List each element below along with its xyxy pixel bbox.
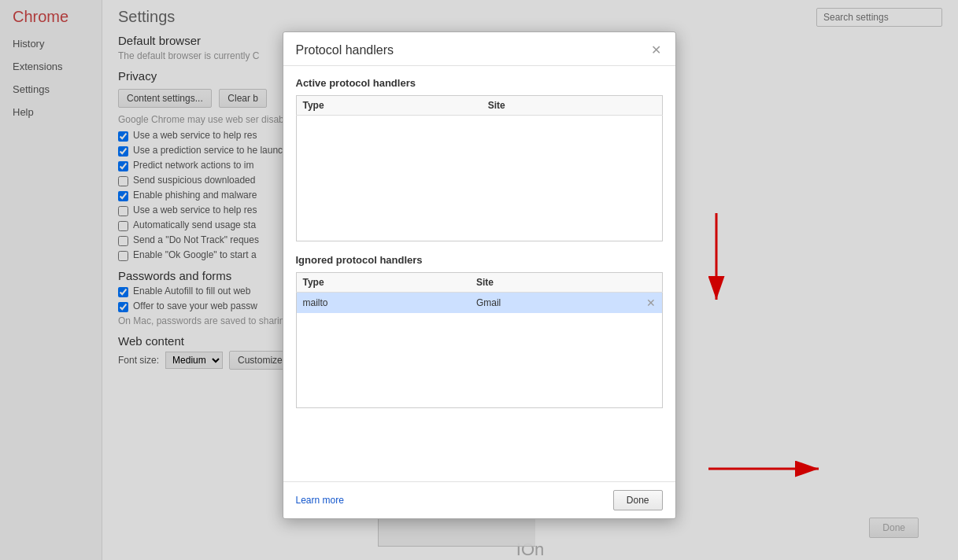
done-button[interactable]: Done	[613, 490, 663, 510]
modal-overlay: Protocol handlers ✕ Active protocol hand…	[0, 0, 958, 560]
active-handlers-heading: Active protocol handlers	[296, 77, 663, 89]
arrow-down-indicator	[708, 205, 834, 331]
dialog-body: Active protocol handlers Type Site Ignor…	[283, 66, 675, 481]
protocol-handlers-dialog: Protocol handlers ✕ Active protocol hand…	[283, 31, 676, 519]
dialog-close-button[interactable]: ✕	[649, 44, 663, 57]
ignored-remove-cell: ✕	[640, 293, 663, 314]
ignored-empty-row	[296, 313, 662, 407]
ignored-empty-area	[296, 313, 662, 407]
active-site-col: Site	[482, 96, 643, 116]
active-empty-row	[296, 116, 662, 241]
active-action-col	[643, 96, 662, 116]
active-handlers-table: Type Site	[296, 95, 663, 241]
ignored-handler-row-mailto: mailto Gmail ✕	[296, 293, 662, 314]
active-empty-area	[296, 116, 662, 241]
remove-ignored-row-button[interactable]: ✕	[646, 297, 656, 309]
learn-more-link[interactable]: Learn more	[296, 495, 344, 506]
ignored-action-col	[640, 273, 663, 293]
ignored-site-cell: Gmail	[470, 293, 640, 314]
ignored-handlers-heading: Ignored protocol handlers	[296, 254, 663, 266]
dialog-footer: Learn more Done	[283, 481, 675, 518]
dialog-title: Protocol handlers	[296, 43, 394, 57]
active-type-col: Type	[296, 96, 482, 116]
ignored-type-col: Type	[296, 273, 470, 293]
arrow-right-indicator	[701, 457, 858, 488]
ignored-type-cell: mailto	[296, 293, 470, 314]
ignored-site-col: Site	[470, 273, 640, 293]
dialog-header: Protocol handlers ✕	[283, 32, 675, 66]
ignored-handlers-table: Type Site mailto Gmail ✕	[296, 272, 663, 408]
